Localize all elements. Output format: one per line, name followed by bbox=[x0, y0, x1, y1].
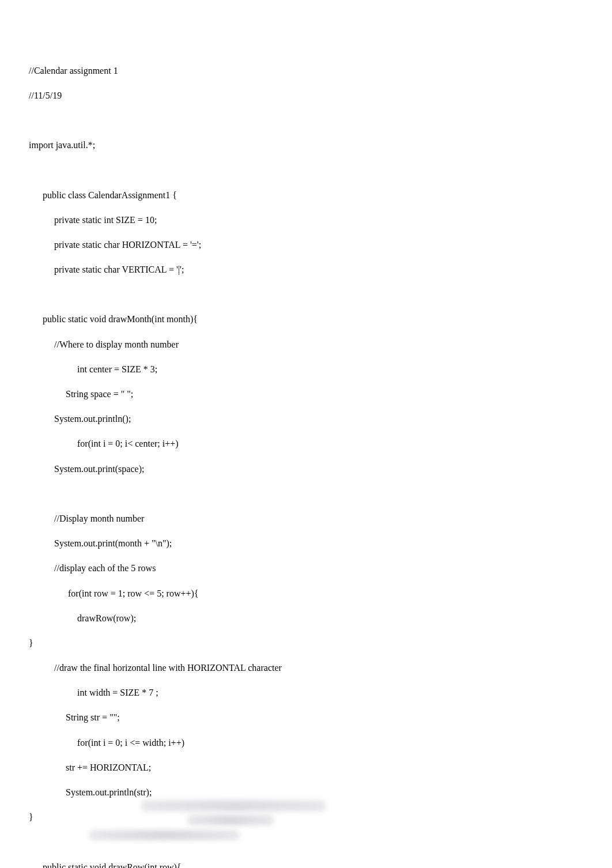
code-line: System.out.println(); bbox=[29, 414, 131, 424]
code-line: //draw the final horizontal line with HO… bbox=[29, 663, 282, 673]
code-line: private static char VERTICAL = '|'; bbox=[29, 265, 184, 274]
code-line: //11/5/19 bbox=[29, 90, 62, 100]
blur-placeholder bbox=[141, 800, 326, 812]
code-line: //Where to display month number bbox=[29, 339, 179, 349]
code-line: str += HORIZONTAL; bbox=[29, 763, 151, 772]
code-line: //display each of the 5 rows bbox=[29, 563, 156, 573]
code-line: public class CalendarAssignment1 { bbox=[29, 190, 177, 200]
code-line: String space = " "; bbox=[29, 389, 133, 399]
code-line: } bbox=[29, 638, 33, 648]
code-line: import java.util.*; bbox=[29, 140, 95, 150]
code-line: for(int row = 1; row <= 5; row++){ bbox=[29, 588, 199, 598]
code-line: System.out.print(month + "\n"); bbox=[29, 538, 172, 548]
code-document: //Calendar assignment 1 //11/5/19 import… bbox=[0, 0, 612, 868]
code-line: //Calendar assignment 1 bbox=[29, 66, 118, 76]
code-line: drawRow(row); bbox=[29, 613, 136, 623]
code-line: private static int SIZE = 10; bbox=[29, 215, 157, 225]
code-line: int width = SIZE * 7 ; bbox=[29, 688, 158, 697]
code-line: System.out.print(space); bbox=[29, 464, 144, 474]
code-line: } bbox=[29, 812, 33, 822]
code-line: String str = ""; bbox=[29, 712, 120, 722]
code-line: private static char HORIZONTAL = '='; bbox=[29, 240, 201, 250]
code-line: public static void drawMonth(int month){ bbox=[29, 314, 198, 324]
code-line: for(int i = 0; i< center; i++) bbox=[29, 439, 179, 448]
blurred-content bbox=[89, 795, 354, 847]
blur-placeholder bbox=[187, 815, 274, 825]
code-line: for(int i = 0; i <= width; i++) bbox=[29, 738, 184, 748]
code-line: int center = SIZE * 3; bbox=[29, 364, 157, 374]
code-line: //Display month number bbox=[29, 514, 144, 523]
code-line: public static void drawRow(int row){ bbox=[29, 862, 182, 868]
blur-placeholder bbox=[89, 830, 239, 840]
